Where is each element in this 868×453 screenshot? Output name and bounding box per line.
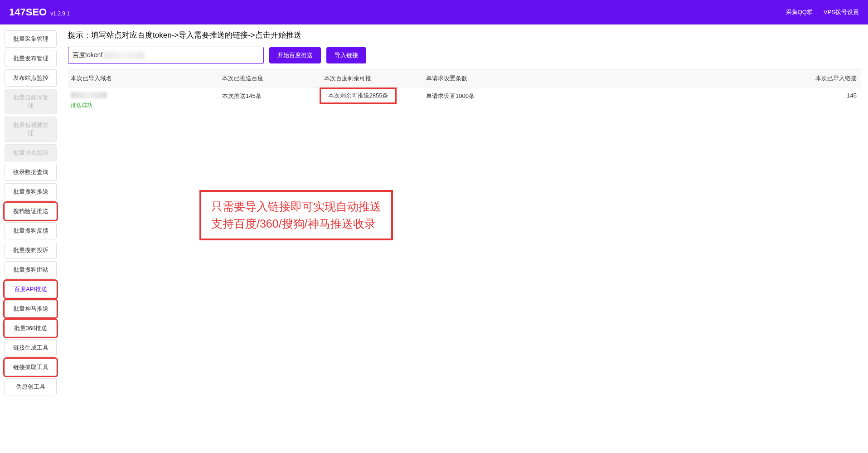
sidebar-item-sogou-feedback[interactable]: 批量搜狗反馈 xyxy=(5,222,57,239)
sidebar-item-baidu-api-push[interactable]: 百度API推送 xyxy=(5,281,57,298)
sidebar-item-rewrite-tool[interactable]: 伪原创工具 xyxy=(5,378,57,395)
th-remaining: 本次百度剩余可推 xyxy=(324,74,426,83)
annotation-line-2: 支持百度/360/搜狗/神马推送收录 xyxy=(211,215,381,233)
sidebar-item-sogou-push[interactable]: 批量搜狗推送 xyxy=(5,183,57,200)
sidebar-item-link-extractor[interactable]: 链接抓取工具 xyxy=(5,359,57,376)
sidebar-item-collect-manage[interactable]: 批量采集管理 xyxy=(5,30,57,48)
cell-per-request: 单请求设置1000条 xyxy=(426,92,639,100)
th-per-request: 单请求设置条数 xyxy=(426,74,639,83)
start-push-button[interactable]: 开始百度推送 xyxy=(269,47,321,63)
qq-group-link[interactable]: 采集QQ群 xyxy=(786,8,813,16)
sidebar-item-360-push[interactable]: 批量360推送 xyxy=(5,320,57,337)
header-right: 采集QQ群 VPS拨号设置 xyxy=(786,8,859,16)
sidebar-item-link-generator[interactable]: 链接生成工具 xyxy=(5,339,57,356)
annotation-line-1: 只需要导入链接即可实现自动推送 xyxy=(211,198,381,215)
header-left: 147SEO v1.2.9.1 xyxy=(9,6,70,18)
th-domain: 本次已导入域名 xyxy=(68,74,222,83)
sidebar-item-media-manage: 批量自媒体管理 xyxy=(5,89,57,114)
header: 147SEO v1.2.9.1 采集QQ群 VPS拨号设置 xyxy=(0,0,868,24)
cell-domain: 推送成功 xyxy=(68,92,222,109)
tip-text: 提示：填写站点对应百度token->导入需要推送的链接->点击开始推送 xyxy=(68,30,861,40)
domain-blur xyxy=(71,92,107,98)
table-header-row: 本次已导入域名 本次已推送百度 本次百度剩余可推 单请求设置条数 本次已导入链接 xyxy=(68,69,861,88)
sidebar-item-video-manage: 批量短视频管理 xyxy=(5,117,57,142)
vps-settings-link[interactable]: VPS拨号设置 xyxy=(824,8,859,16)
layout: 批量采集管理 批量发布管理 发布站点监控 批量自媒体管理 批量短视频管理 批量排… xyxy=(0,24,868,453)
cell-pushed: 本次推送145条 xyxy=(222,92,324,100)
main-content: 提示：填写站点对应百度token->导入需要推送的链接->点击开始推送 百度to… xyxy=(61,24,868,453)
cell-remaining: 本次剩余可推送2855条 xyxy=(324,92,426,104)
sidebar-item-publish-manage[interactable]: 批量发布管理 xyxy=(5,50,57,67)
th-imported: 本次已导入链接 xyxy=(639,74,861,83)
app-title: 147SEO xyxy=(9,6,47,18)
token-input-wrapper: 百度tokenf xyxy=(68,47,264,64)
sidebar-item-shenma-push[interactable]: 批量神马推送 xyxy=(5,300,57,317)
push-status: 推送成功 xyxy=(71,102,222,109)
sidebar-item-publish-monitor[interactable]: 发布站点监控 xyxy=(5,69,57,87)
sidebar-item-sogou-verify-push[interactable]: 搜狗验证推送 xyxy=(5,203,57,220)
app-version: v1.2.9.1 xyxy=(50,10,70,17)
table-row: 推送成功 本次推送145条 本次剩余可推送2855条 单请求设置1000条 14… xyxy=(68,88,861,114)
sidebar: 批量采集管理 批量发布管理 发布站点监控 批量自媒体管理 批量短视频管理 批量排… xyxy=(0,24,61,453)
remaining-highlight: 本次剩余可推送2855条 xyxy=(320,88,397,104)
annotation-box: 只需要导入链接即可实现自动推送 支持百度/360/搜狗/神马推送收录 xyxy=(199,190,393,240)
import-links-button[interactable]: 导入链接 xyxy=(326,47,366,63)
cell-imported: 145 xyxy=(639,92,861,99)
baidu-token-input[interactable] xyxy=(68,47,264,64)
sidebar-item-rank-monitor: 批量排名监控 xyxy=(5,144,57,161)
sidebar-item-index-query[interactable]: 收录数据查询 xyxy=(5,164,57,181)
sidebar-item-sogou-complaint[interactable]: 批量搜狗投诉 xyxy=(5,242,57,259)
action-row: 百度tokenf 开始百度推送 导入链接 xyxy=(68,47,861,64)
th-pushed: 本次已推送百度 xyxy=(222,74,324,83)
sidebar-item-sogou-bind[interactable]: 批量搜狗绑站 xyxy=(5,261,57,278)
